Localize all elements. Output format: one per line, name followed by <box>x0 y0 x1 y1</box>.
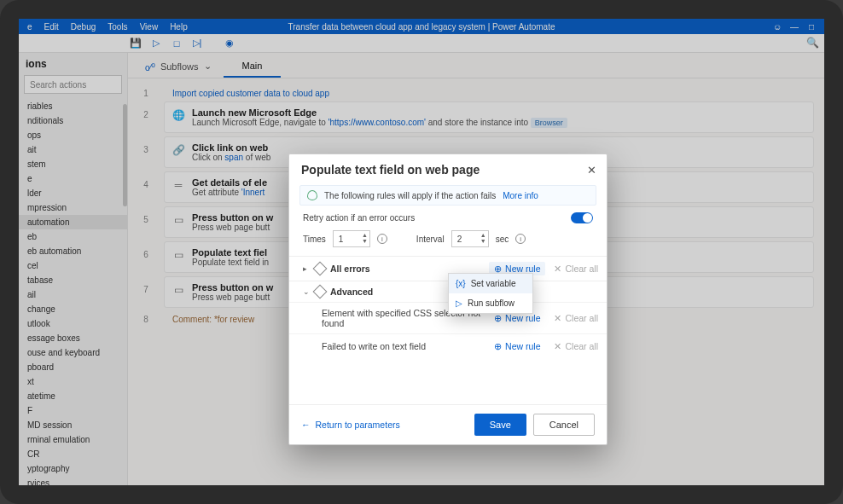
sidebar-item[interactable]: mpression <box>19 200 127 215</box>
sidebar-item[interactable]: automation <box>19 215 127 229</box>
chevron-down-icon: ⌄ <box>303 287 313 296</box>
menu-tools[interactable]: Tools <box>108 22 127 32</box>
toolbar: 💾 ▷ □ ▷| ◉ 🔍 <box>19 34 824 53</box>
clear-all-button[interactable]: ✕ Clear all <box>554 313 598 323</box>
sidebar-item[interactable]: MD session <box>19 418 127 432</box>
sidebar-item[interactable]: nditionals <box>19 113 127 128</box>
maximize-icon[interactable]: □ <box>807 22 816 32</box>
sidebar-item[interactable]: change <box>19 302 127 316</box>
link-icon: 🔗 <box>172 143 185 157</box>
sidebar-item[interactable]: rvices <box>19 476 127 485</box>
menu-file[interactable]: e <box>27 22 32 32</box>
search-actions-input[interactable]: Search actions <box>24 75 122 94</box>
sidebar-item[interactable]: riables <box>19 99 127 113</box>
chevron-down-icon: ⌄ <box>204 61 212 72</box>
sidebar-item[interactable]: essage boxes <box>19 331 127 345</box>
record-icon[interactable]: ◉ <box>222 36 237 51</box>
rule-row[interactable]: Failed to write on text field ⊕ New rule… <box>289 333 607 358</box>
button-icon: ▭ <box>172 283 185 297</box>
sidebar-item[interactable]: eb automation <box>19 244 127 258</box>
sidebar-scrollbar[interactable] <box>123 104 127 206</box>
button-icon: ▭ <box>172 213 185 227</box>
info-icon[interactable]: i <box>377 234 387 244</box>
sidebar-item[interactable]: ait <box>19 142 127 157</box>
plus-icon: ⊕ <box>494 341 502 351</box>
line-number: 7 <box>128 276 164 294</box>
interval-input[interactable]: 2 ▲▼ <box>451 230 489 247</box>
line-number: 1 <box>128 85 164 101</box>
stop-icon[interactable]: □ <box>169 36 184 51</box>
comment-line[interactable]: Comment: *for review <box>164 311 263 327</box>
minimize-icon[interactable]: — <box>790 22 799 32</box>
step-icon[interactable]: ▷| <box>189 36 205 51</box>
new-rule-menu: {x} Set variable ▷ Run subflow <box>448 273 533 314</box>
info-icon[interactable]: i <box>515 234 526 244</box>
subflows-dropdown[interactable]: o∕o Subflows ⌄ <box>137 55 220 78</box>
line-number: 8 <box>128 311 164 327</box>
info-banner: The following rules will apply if the ac… <box>299 185 596 206</box>
action-card[interactable]: 🌐 Launch new Microsoft Edge Launch Micro… <box>164 101 814 133</box>
sidebar-item[interactable]: ops <box>19 128 127 142</box>
sidebar-item[interactable]: atetime <box>19 389 127 403</box>
clear-all-button[interactable]: ✕ Clear all <box>554 341 598 351</box>
save-icon[interactable]: 💾 <box>128 36 143 51</box>
shield-icon <box>307 190 317 200</box>
clear-all-button[interactable]: ✕ Clear all <box>554 264 598 274</box>
sidebar-item[interactable]: cel <box>19 258 127 273</box>
new-rule-button[interactable]: ⊕ New rule <box>489 339 545 353</box>
menu-debug[interactable]: Debug <box>71 22 96 32</box>
cancel-button[interactable]: Cancel <box>533 414 595 436</box>
region-heading[interactable]: Import copied customer data to cloud app <box>164 85 338 101</box>
return-to-parameters-link[interactable]: ← Return to parameters <box>301 420 400 430</box>
search-icon[interactable]: 🔍 <box>806 37 819 49</box>
menu-view[interactable]: View <box>140 22 159 32</box>
seconds-label: sec <box>496 235 509 244</box>
sidebar-item[interactable]: ail <box>19 287 127 302</box>
close-icon[interactable]: ✕ <box>587 164 596 177</box>
error-icon <box>313 262 328 276</box>
menu-edit[interactable]: Edit <box>44 22 59 32</box>
run-icon[interactable]: ▷ <box>148 36 164 51</box>
menu-set-variable[interactable]: {x} Set variable <box>449 274 532 293</box>
sidebar-item[interactable]: e <box>19 171 127 186</box>
sidebar-item[interactable]: CR <box>19 447 127 461</box>
sidebar-item[interactable]: F <box>19 403 127 418</box>
sidebar-item[interactable]: stem <box>19 157 127 171</box>
feedback-icon[interactable]: ☺ <box>773 22 782 32</box>
play-icon: ▷ <box>456 298 462 308</box>
retry-label: Retry action if an error occurs <box>303 213 415 223</box>
error-icon <box>313 285 328 299</box>
menu-help[interactable]: Help <box>170 22 188 32</box>
sidebar-item[interactable]: eb <box>19 229 127 244</box>
sidebar-item[interactable]: pboard <box>19 360 127 374</box>
textfield-icon: ▭ <box>172 248 185 262</box>
variable-badge: Browser <box>531 118 567 128</box>
save-button[interactable]: Save <box>474 414 526 436</box>
menu-run-subflow[interactable]: ▷ Run subflow <box>449 293 532 313</box>
sidebar-item[interactable]: lder <box>19 186 127 200</box>
tab-main[interactable]: Main <box>224 55 282 78</box>
sidebar-item[interactable]: xt <box>19 374 127 389</box>
plus-icon: ⊕ <box>494 313 502 323</box>
line-number: 2 <box>128 101 164 119</box>
chevron-right-icon: ▸ <box>303 264 313 273</box>
spinner-icon[interactable]: ▲▼ <box>480 232 486 244</box>
times-input[interactable]: 1 ▲▼ <box>333 230 370 247</box>
interval-label: Interval <box>416 235 445 244</box>
sidebar-item[interactable]: utlook <box>19 316 127 331</box>
browser-icon: 🌐 <box>172 108 185 122</box>
menubar: e Edit Debug Tools View Help Transfer da… <box>19 19 824 34</box>
sidebar-item[interactable]: ouse and keyboard <box>19 345 127 360</box>
line-number: 3 <box>128 136 164 154</box>
line-number: 5 <box>128 206 164 224</box>
variable-icon: {x} <box>456 279 466 288</box>
line-number: 6 <box>128 241 164 259</box>
sidebar-item[interactable]: yptography <box>19 461 127 476</box>
more-info-link[interactable]: More info <box>503 191 538 200</box>
details-icon: ═ <box>172 178 185 192</box>
spinner-icon[interactable]: ▲▼ <box>362 232 368 244</box>
sidebar-item[interactable]: tabase <box>19 273 127 287</box>
retry-toggle[interactable] <box>571 212 593 223</box>
sidebar-item[interactable]: rminal emulation <box>19 432 127 447</box>
arrow-left-icon: ← <box>301 420 311 430</box>
